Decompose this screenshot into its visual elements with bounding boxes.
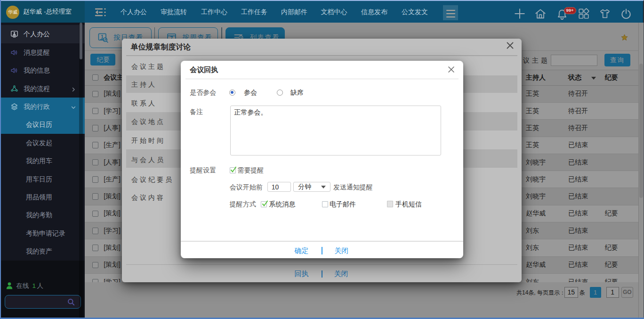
add-icon[interactable] [514,8,526,20]
checkbox-sms[interactable] [387,201,394,207]
online-unit: 人 [37,280,44,292]
radio-attend-no[interactable] [277,90,283,96]
speaker-icon [10,49,18,57]
hamburger-icon-line [446,10,455,11]
sidebar-item-attendance-records[interactable]: 考勤申请记录 [1,224,85,242]
meeting-receipt-dialog: 会议回执 是否参会 参会 缺席 备注 正常参会。 提醒设置 需要提醒 会议开始前… [181,61,463,258]
chevron-down-icon [71,104,76,109]
radio-attend-yes-label[interactable]: 参会 [244,88,257,97]
workflow-icon [10,85,18,93]
sidebar-item-my-admin[interactable]: 我的行政 [1,98,85,115]
nav-item-personal-office[interactable]: 个人办公 [113,1,154,23]
sidebar-item-label: 我的行政 [24,98,50,115]
checkbox-need-remind[interactable] [230,167,236,173]
speaker-icon [10,66,18,74]
remark-textarea[interactable]: 正常参会。 [230,106,442,155]
search-icon[interactable] [67,298,75,306]
sidebar-item-supplies[interactable]: 用品领用 [1,188,85,206]
sidebar-collapse-icon[interactable] [95,8,107,16]
sidebar-item-my-workflow[interactable]: 我的流程 [1,80,85,98]
app-window: 华威 赵华威 -总经理室 个人办公 审批流转 工作中心 工作任务 内部邮件 文档… [0,0,644,319]
remind-method-label: 提醒方式 [230,199,256,209]
footer-separator [322,247,322,254]
unit-select[interactable]: 分钟 [293,182,330,192]
sidebar-item-my-car[interactable]: 我的用车 [1,152,85,170]
dialog-title: 会议回执 [190,61,218,79]
nav-item-approval-flow[interactable]: 审批流转 [153,1,194,23]
topbar: 华威 赵华威 -总经理室 个人办公 审批流转 工作中心 工作任务 内部邮件 文档… [1,1,643,23]
close-button[interactable]: 关闭 [334,245,348,256]
radio-dot [231,91,233,94]
sidebar-item-personal-office[interactable]: 个人办公 [1,25,85,43]
need-remind-label[interactable]: 需要提醒 [238,165,264,175]
radio-attend-yes[interactable] [229,90,235,96]
system-message-label[interactable]: 系统消息 [269,199,295,209]
sidebar-item-label: 我的考勤 [26,206,52,224]
user-name: 赵华威 -总经理室 [23,1,72,23]
online-label: 在线 [16,280,29,292]
nav-item-work-tasks[interactable]: 工作任务 [234,1,274,23]
sidebar-item-label: 我的信息 [24,61,50,79]
home-icon[interactable] [534,8,547,20]
sidebar-item-message-remind[interactable]: 消息提醒 [1,43,85,61]
notification-badge: 99+ [564,7,576,14]
minutes-before-input[interactable] [267,182,291,192]
sidebar-item-label: 用品领用 [26,188,52,206]
sidebar-item-label: 我的用车 [26,152,52,170]
sidebar-item-meeting-calendar[interactable]: 会议日历 [1,115,85,133]
sidebar-item-label: 消息提醒 [24,43,50,61]
nav-item-info-publish[interactable]: 信息发布 [354,1,394,23]
sidebar-scrollbar-track[interactable] [79,23,83,318]
nav-item-work-center[interactable]: 工作中心 [194,1,234,23]
close-icon[interactable] [448,66,455,75]
checkbox-email[interactable] [322,201,328,207]
more-menu-button[interactable] [443,5,458,20]
hamburger-icon-line [446,16,455,17]
select-caret-icon [321,186,326,188]
sidebar-item-car-calendar[interactable]: 用车日历 [1,170,85,188]
email-label[interactable]: 电子邮件 [330,199,356,209]
online-user-icon [6,282,13,290]
dialog-header-divider [185,79,459,80]
nav-item-internal-mail[interactable]: 内部邮件 [274,1,314,23]
sidebar-item-label: 会议发起 [26,134,52,152]
before-label: 会议开始前 [230,182,263,192]
unit-select-value: 分钟 [298,182,311,191]
dialog-footer-divider [181,241,463,242]
layers-icon [10,103,18,111]
nav-item-official-docs[interactable]: 公文发文 [394,1,435,23]
radio-attend-no-label[interactable]: 缺席 [290,88,304,97]
topbar-user-section: 华威 赵华威 -总经理室 [1,1,85,23]
checkbox-system-message[interactable] [261,201,267,207]
send-notice-label: 发送通知提醒 [333,182,373,192]
window-border-left [0,0,1,319]
sidebar-item-my-info[interactable]: 我的信息 [1,61,85,79]
sidebar-item-my-assets[interactable]: 我的资产 [1,242,85,260]
sidebar-item-label: 个人办公 [24,25,50,43]
attend-label: 是否参会 [190,88,216,97]
theme-shirt-icon[interactable] [599,8,611,20]
sidebar-search-box[interactable] [5,295,81,309]
sidebar-item-my-attendance[interactable]: 我的考勤 [1,206,85,224]
remark-label: 备注 [190,107,203,116]
sidebar-item-meeting-initiate[interactable]: 会议发起 [1,134,85,152]
sidebar-item-label: 我的资产 [26,242,52,260]
sms-label[interactable]: 手机短信 [395,199,422,209]
avatar[interactable]: 华威 [6,6,19,19]
window-border-top [0,0,644,1]
online-count: 1 [32,280,36,292]
online-status: 在线 1 人 [1,280,85,292]
remind-settings-label: 提醒设置 [190,165,216,175]
sidebar-item-label: 我的流程 [24,80,50,98]
user-monitor-icon [10,30,18,38]
apps-grid-icon[interactable] [578,8,590,20]
sidebar: 个人办公 消息提醒 我的信息 [1,23,85,318]
nav-item-document-center[interactable]: 文档中心 [314,1,354,23]
sidebar-item-label: 考勤申请记录 [26,224,65,242]
sidebar-item-label: 用车日历 [26,170,52,188]
confirm-button[interactable]: 确定 [295,245,309,256]
hamburger-icon-line [446,13,455,14]
sidebar-scrollbar-thumb[interactable] [80,23,82,59]
sidebar-item-label: 会议日历 [26,115,52,133]
logout-power-icon[interactable] [620,8,632,20]
